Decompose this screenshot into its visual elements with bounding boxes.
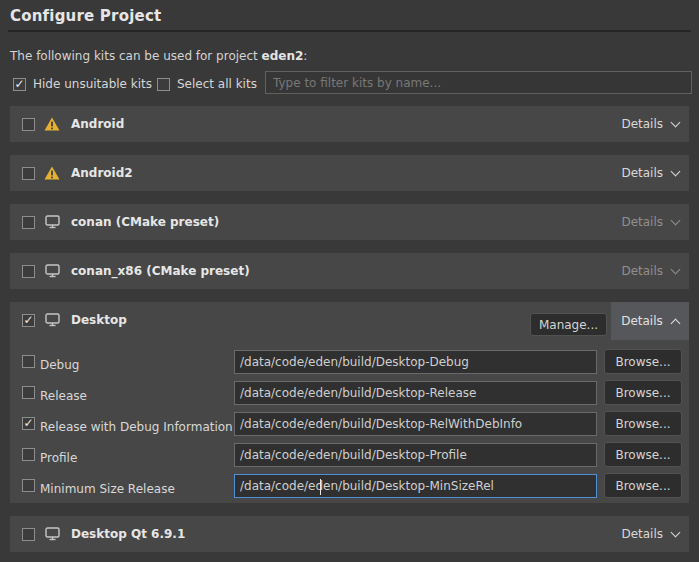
page-title: Configure Project bbox=[10, 7, 161, 25]
desktop-icon bbox=[44, 313, 60, 327]
details-toggle[interactable]: Details bbox=[621, 155, 679, 191]
title-separator bbox=[8, 30, 691, 32]
kit-row-conan: conan (CMake preset) Details bbox=[10, 204, 689, 240]
kit-row-conan-x86: conan_x86 (CMake preset) Details bbox=[10, 253, 689, 289]
chevron-up-icon bbox=[670, 318, 680, 328]
select-all-kits-checkbox[interactable]: Select all kits bbox=[157, 74, 257, 94]
build-dir-input-minsizerel[interactable] bbox=[234, 474, 597, 498]
hide-unsuitable-kits-checkbox[interactable]: Hide unsuitable kits bbox=[13, 74, 152, 94]
config-label: Profile bbox=[40, 451, 77, 465]
config-checkbox-release[interactable] bbox=[22, 386, 35, 399]
project-name: eden2 bbox=[262, 49, 304, 63]
kit-row-android: Android Details bbox=[10, 106, 689, 142]
kit-name: Desktop Qt 6.9.1 bbox=[71, 527, 185, 541]
kit-checkbox[interactable] bbox=[22, 528, 35, 541]
details-label: Details bbox=[621, 527, 663, 541]
details-toggle[interactable]: Details bbox=[621, 516, 679, 552]
build-dir-input-release[interactable] bbox=[234, 381, 597, 405]
browse-button[interactable]: Browse... bbox=[604, 349, 682, 374]
kit-row-desktop-qt: Desktop Qt 6.9.1 Details bbox=[10, 516, 689, 552]
kit-checkbox[interactable] bbox=[22, 314, 35, 327]
intro-suffix: : bbox=[303, 49, 307, 63]
configure-project-panel: Configure Project The following kits can… bbox=[0, 0, 699, 562]
kit-checkbox[interactable] bbox=[22, 118, 35, 131]
kit-checkbox[interactable] bbox=[22, 265, 35, 278]
browse-button[interactable]: Browse... bbox=[604, 380, 682, 405]
checkbox-icon bbox=[157, 78, 170, 91]
build-dir-input-profile[interactable] bbox=[234, 443, 597, 467]
text-cursor bbox=[320, 479, 321, 495]
details-toggle[interactable]: Details bbox=[621, 106, 679, 142]
intro-prefix: The following kits can be used for proje… bbox=[10, 49, 262, 63]
build-dir-input-relwithdebinfo[interactable] bbox=[234, 412, 597, 436]
details-label: Details bbox=[621, 215, 663, 229]
checkbox-icon bbox=[13, 78, 26, 91]
config-checkbox-profile[interactable] bbox=[22, 448, 35, 461]
details-toggle[interactable]: Details bbox=[621, 253, 679, 289]
hide-unsuitable-kits-label: Hide unsuitable kits bbox=[33, 77, 152, 91]
details-label: Details bbox=[621, 314, 663, 328]
chevron-down-icon bbox=[671, 264, 681, 274]
details-label: Details bbox=[621, 117, 663, 131]
config-label: Release with Debug Information bbox=[40, 420, 233, 434]
warning-icon bbox=[44, 117, 60, 131]
kits-intro-text: The following kits can be used for proje… bbox=[10, 49, 307, 63]
kit-filter-input[interactable] bbox=[265, 71, 692, 94]
kit-row-desktop: Desktop Manage... Details Debug Browse..… bbox=[10, 302, 689, 503]
kit-name: Android2 bbox=[71, 166, 133, 180]
build-dir-input-debug[interactable] bbox=[234, 350, 597, 374]
chevron-down-icon bbox=[671, 166, 681, 176]
config-label: Debug bbox=[40, 358, 79, 372]
details-toggle-expanded[interactable]: Details bbox=[611, 302, 689, 340]
select-all-kits-label: Select all kits bbox=[177, 77, 257, 91]
details-toggle[interactable]: Details bbox=[621, 204, 679, 240]
kit-checkbox[interactable] bbox=[22, 167, 35, 180]
kit-name: conan (CMake preset) bbox=[71, 215, 219, 229]
desktop-icon bbox=[44, 527, 60, 541]
browse-button[interactable]: Browse... bbox=[604, 411, 682, 436]
desktop-icon bbox=[44, 215, 60, 229]
config-label: Minimum Size Release bbox=[40, 482, 175, 496]
chevron-down-icon bbox=[671, 215, 681, 225]
browse-button[interactable]: Browse... bbox=[604, 442, 682, 467]
browse-button[interactable]: Browse... bbox=[604, 473, 682, 498]
desktop-icon bbox=[44, 264, 60, 278]
chevron-down-icon bbox=[671, 527, 681, 537]
kit-name: conan_x86 (CMake preset) bbox=[71, 264, 250, 278]
chevron-down-icon bbox=[671, 117, 681, 127]
details-label: Details bbox=[621, 264, 663, 278]
kit-checkbox[interactable] bbox=[22, 216, 35, 229]
kit-row-android2: Android2 Details bbox=[10, 155, 689, 191]
config-checkbox-debug[interactable] bbox=[22, 355, 35, 368]
details-label: Details bbox=[621, 166, 663, 180]
kit-name: Desktop bbox=[71, 313, 127, 327]
config-label: Release bbox=[40, 389, 87, 403]
warning-icon bbox=[44, 166, 60, 180]
config-checkbox-minsizerel[interactable] bbox=[22, 479, 35, 492]
manage-button[interactable]: Manage... bbox=[530, 313, 607, 336]
config-checkbox-relwithdebinfo[interactable] bbox=[22, 417, 35, 430]
kit-name: Android bbox=[71, 117, 124, 131]
